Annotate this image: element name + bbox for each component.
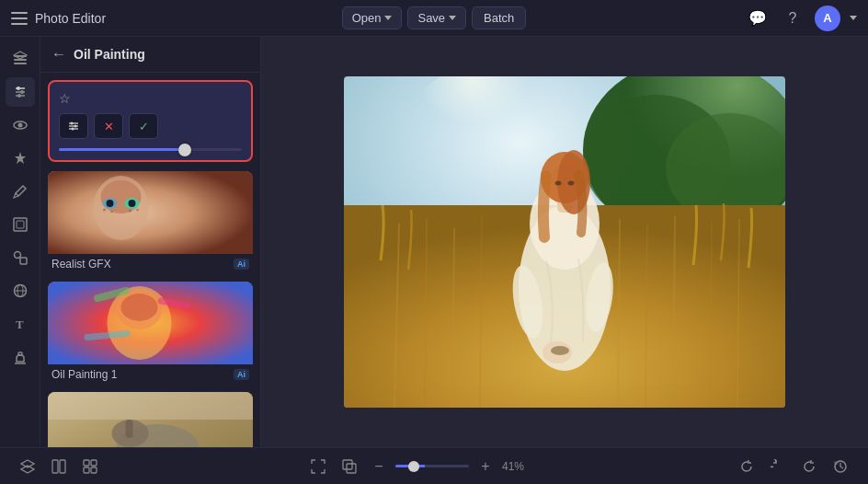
filter-card-oil2[interactable]: Oil Painting 2 Ai: [48, 392, 253, 447]
svg-rect-54: [48, 392, 253, 420]
expand-icon[interactable]: [305, 454, 331, 479]
filter-settings-button[interactable]: [59, 113, 88, 139]
layers-bottom-icon[interactable]: [15, 454, 40, 479]
topbar-left: Photo Editor: [11, 11, 342, 26]
back-button[interactable]: ←: [51, 46, 66, 63]
svg-rect-85: [52, 460, 58, 473]
svg-point-5: [17, 86, 20, 90]
svg-rect-21: [18, 352, 22, 355]
brush-tool[interactable]: [6, 177, 35, 206]
svg-rect-14: [17, 221, 24, 228]
svg-rect-13: [14, 218, 27, 231]
bottom-center: − + 41%: [305, 454, 531, 479]
filter-thumb-realist: [48, 171, 253, 254]
crop-icon[interactable]: [337, 454, 362, 479]
chat-icon[interactable]: 💬: [745, 6, 771, 31]
canvas-area: [261, 37, 868, 447]
globe-tool[interactable]: [6, 276, 35, 305]
filter-intensity-slider-wrap: [59, 148, 242, 151]
icon-bar: T: [0, 37, 40, 447]
save-button[interactable]: Save: [407, 6, 466, 29]
svg-rect-92: [347, 464, 356, 473]
svg-marker-83: [21, 460, 34, 467]
main-painting: [344, 76, 785, 408]
filter-confirm-button[interactable]: ✓: [129, 113, 158, 139]
layers-tool[interactable]: [6, 44, 35, 74]
compare-bottom-icon[interactable]: [46, 454, 72, 479]
batch-button[interactable]: Batch: [472, 6, 526, 29]
svg-point-11: [17, 123, 22, 128]
svg-point-82: [551, 346, 569, 355]
active-filter-header: ☆: [59, 91, 242, 106]
svg-point-43: [121, 294, 158, 321]
svg-point-7: [20, 90, 24, 94]
svg-rect-29: [48, 171, 253, 254]
svg-rect-90: [91, 467, 97, 473]
filter-thumb-oil1: [48, 282, 253, 364]
svg-point-39: [136, 209, 138, 211]
magic-tool[interactable]: [6, 144, 35, 173]
objects-tool[interactable]: [6, 243, 35, 272]
realist-ai-badge: Ai: [234, 259, 249, 270]
filter-intensity-slider[interactable]: [59, 148, 242, 151]
stamp-tool[interactable]: [6, 342, 35, 372]
history-icon[interactable]: [828, 454, 853, 479]
zoom-in-button[interactable]: +: [474, 455, 497, 478]
avatar[interactable]: A: [815, 6, 840, 31]
svg-point-35: [129, 200, 136, 207]
topbar-right: 💬 ? A: [526, 6, 857, 31]
filter-cancel-button[interactable]: ✕: [94, 113, 123, 139]
text-tool[interactable]: T: [6, 309, 35, 339]
help-icon[interactable]: ?: [780, 6, 805, 31]
menu-icon[interactable]: [11, 12, 28, 25]
topbar-center: Open Save Batch: [342, 6, 527, 29]
svg-rect-91: [343, 460, 352, 469]
filter-card-oil1[interactable]: Oil Painting 1 Ai: [48, 282, 253, 383]
open-button[interactable]: Open: [342, 6, 403, 29]
panel-content: ☆ ✕ ✓: [40, 73, 260, 447]
svg-point-28: [72, 128, 74, 131]
open-chevron-icon: [384, 16, 392, 20]
svg-point-31: [101, 180, 142, 213]
zoom-slider[interactable]: [395, 465, 469, 467]
svg-point-81: [568, 181, 575, 186]
bottom-bar: − + 41%: [0, 447, 868, 484]
app-title: Photo Editor: [35, 11, 106, 26]
undo-icon[interactable]: [765, 454, 791, 479]
rotate-right-icon[interactable]: [734, 454, 760, 479]
oil1-name: Oil Painting 1: [51, 368, 117, 381]
star-icon[interactable]: ☆: [59, 91, 71, 106]
active-filter-card: ☆ ✕ ✓: [48, 80, 253, 162]
svg-rect-2: [14, 63, 27, 64]
svg-rect-89: [84, 467, 89, 473]
svg-rect-86: [60, 460, 65, 473]
grid-bottom-icon[interactable]: [77, 454, 103, 479]
realist-name: Realist GFX: [51, 258, 111, 271]
filter-thumb-oil2: [48, 392, 253, 447]
svg-rect-16: [20, 258, 27, 264]
zoom-percent: 41%: [502, 460, 531, 473]
svg-point-34: [107, 200, 114, 207]
svg-point-26: [74, 125, 77, 128]
oil1-ai-badge: Ai: [234, 369, 249, 380]
svg-point-15: [14, 252, 20, 259]
eye-tool[interactable]: [6, 110, 35, 140]
svg-point-24: [71, 122, 74, 125]
filter-actions: ✕ ✓: [59, 113, 242, 139]
adjust-tool[interactable]: [6, 77, 35, 107]
svg-rect-87: [84, 460, 89, 466]
oil1-label-row: Oil Painting 1 Ai: [48, 364, 253, 383]
redo-icon[interactable]: [796, 454, 822, 479]
topbar: Photo Editor Open Save Batch 💬 ? A: [0, 0, 868, 37]
main-area: T ← Oil Painting ☆: [0, 37, 868, 447]
frame-tool[interactable]: [6, 210, 35, 239]
svg-marker-12: [15, 152, 26, 164]
canvas-image: [344, 76, 785, 408]
svg-marker-84: [21, 466, 34, 473]
zoom-out-button[interactable]: −: [368, 455, 390, 478]
svg-text:T: T: [16, 317, 24, 331]
filter-card-realist[interactable]: Realist GFX Ai: [48, 171, 253, 272]
panel-title: Oil Painting: [74, 47, 145, 62]
realist-label-row: Realist GFX Ai: [48, 254, 253, 272]
bottom-left: [15, 454, 103, 479]
